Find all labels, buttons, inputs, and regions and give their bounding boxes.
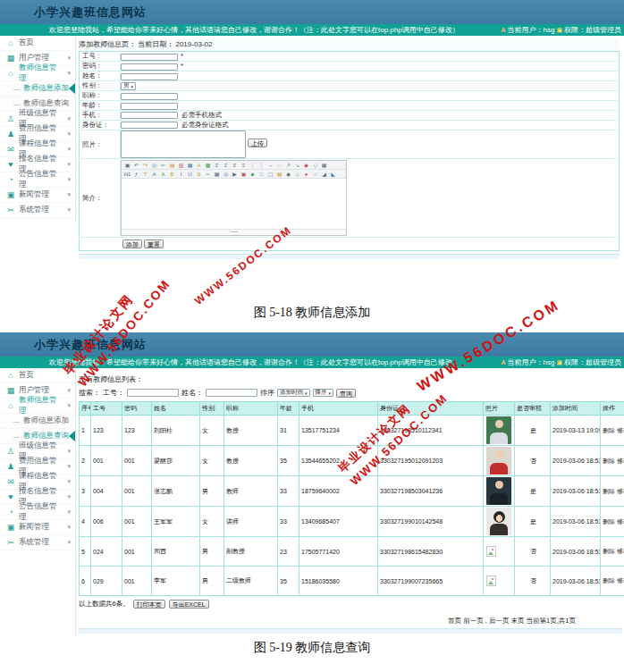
- editor-resize-handle[interactable]: [122, 229, 346, 235]
- editor-tool-icon[interactable]: ▢: [266, 171, 274, 178]
- editor-body[interactable]: [122, 179, 346, 229]
- editor-tool-icon[interactable]: ▦: [320, 162, 328, 169]
- sidebar-subitem-3[interactable]: —教师信息添加: [0, 81, 75, 97]
- sidebar-item-2[interactable]: ⌂教师信息管理▾: [0, 66, 75, 81]
- editor-tool-icon[interactable]: ▦: [186, 162, 194, 169]
- editor-tool-icon[interactable]: ◆: [284, 171, 292, 178]
- editor-tool-icon[interactable]: □: [257, 171, 266, 178]
- editor-tool-icon[interactable]: ←: [275, 162, 283, 169]
- edit-link[interactable]: 修改: [617, 577, 624, 584]
- delete-link[interactable]: 删除: [603, 548, 615, 554]
- editor-tool-icon[interactable]: H1: [123, 171, 131, 178]
- job-no-input[interactable]: [121, 54, 178, 61]
- editor-tool-icon[interactable]: B: [168, 171, 176, 178]
- editor-tool-icon[interactable]: ⋮: [249, 162, 257, 169]
- editor-tool-icon[interactable]: ▣: [123, 162, 131, 169]
- photo-path-input[interactable]: [121, 130, 246, 158]
- editor-tool-icon[interactable]: →: [266, 162, 274, 169]
- sidebar-item-0[interactable]: ⌂首页: [0, 368, 75, 383]
- name-input[interactable]: [121, 73, 178, 80]
- sidebar-item-11[interactable]: ✂系统管理▾: [0, 535, 75, 550]
- delete-link[interactable]: 删除: [603, 518, 615, 525]
- rich-text-editor[interactable]: ▣↶↷◎✂▤▥▦A▩≡≡≡≡⋮⋮→←↗↘◆◇▦ H1ƒTAABIUS≈▦◎▶▣■…: [121, 160, 347, 236]
- editor-tool-icon[interactable]: ▩: [204, 162, 212, 169]
- sidebar-item-2[interactable]: ⌂教师信息管理▾: [0, 399, 75, 414]
- delete-link[interactable]: 删除: [603, 577, 615, 584]
- editor-tool-icon[interactable]: ▣: [240, 171, 248, 178]
- age-input[interactable]: [121, 103, 178, 110]
- editor-tool-icon[interactable]: ↶: [132, 162, 140, 169]
- editor-tool-icon[interactable]: ●: [302, 171, 310, 178]
- phone-input[interactable]: [121, 112, 178, 119]
- delete-link[interactable]: 删除: [603, 427, 615, 433]
- pagination[interactable]: 首页 前一页 , 后一页 末页 当前第1页,共1页: [79, 617, 624, 626]
- sort-field-select[interactable]: 添加时间▾: [277, 389, 310, 397]
- editor-tool-icon[interactable]: ▤: [168, 162, 176, 169]
- editor-tool-icon[interactable]: ▥: [177, 162, 185, 169]
- editor-tool-icon[interactable]: I: [177, 171, 185, 178]
- teacher-photo: [486, 416, 511, 444]
- editor-tool-icon[interactable]: ◆: [302, 162, 310, 169]
- editor-tool-icon[interactable]: ƒ: [132, 171, 140, 178]
- editor-tool-icon[interactable]: ≡: [213, 162, 221, 169]
- editor-tool-icon[interactable]: ↷: [141, 162, 149, 169]
- edit-link[interactable]: 修改: [617, 518, 624, 525]
- editor-tool-icon[interactable]: ◇: [311, 162, 319, 169]
- editor-tool-icon[interactable]: ○: [311, 171, 319, 178]
- editor-tool-icon[interactable]: A: [150, 171, 158, 178]
- edit-link[interactable]: 修改: [617, 458, 624, 464]
- delete-link[interactable]: 删除: [603, 488, 615, 494]
- editor-tool-icon[interactable]: S: [195, 171, 203, 178]
- title-input[interactable]: [121, 93, 178, 100]
- idcard-input[interactable]: [121, 122, 178, 129]
- edit-link[interactable]: 修改: [617, 488, 624, 494]
- print-button[interactable]: 打印本页: [133, 600, 165, 609]
- editor-tool-icon[interactable]: T: [141, 171, 149, 178]
- editor-tool-icon[interactable]: U: [186, 171, 194, 178]
- sidebar-item-9[interactable]: ◔公告信息管理▾: [0, 505, 75, 520]
- editor-tool-icon[interactable]: ▤: [275, 171, 283, 178]
- password-input[interactable]: [121, 63, 178, 71]
- delete-link[interactable]: 删除: [603, 458, 615, 464]
- editor-tool-icon[interactable]: ⋮: [257, 162, 266, 169]
- page-title: 添加教师信息页：: [79, 40, 136, 48]
- editor-tool-icon[interactable]: ↗: [284, 162, 292, 169]
- sidebar-item-10[interactable]: ▣新闻管理▾: [0, 188, 75, 203]
- sort-order-select[interactable]: 降序▾: [313, 389, 334, 397]
- search-button[interactable]: 查询: [336, 389, 356, 398]
- sidebar-item-11[interactable]: ✂系统管理▾: [0, 203, 75, 218]
- editor-tool-icon[interactable]: ◣: [329, 171, 337, 178]
- editor-tool-icon[interactable]: A: [159, 171, 167, 178]
- editor-tool-icon[interactable]: ◢: [320, 171, 328, 178]
- editor-tool-icon[interactable]: ≡: [231, 162, 239, 169]
- edit-link[interactable]: 修改: [617, 548, 624, 554]
- editor-tool-icon[interactable]: ▶: [231, 171, 239, 178]
- editor-toolbar-row1[interactable]: ▣↶↷◎✂▤▥▦A▩≡≡≡≡⋮⋮→←↗↘◆◇▦: [122, 161, 346, 170]
- upload-button[interactable]: 上传: [248, 139, 267, 147]
- table-cell-ops: 删除修改: [601, 507, 624, 537]
- editor-tool-icon[interactable]: ■: [249, 171, 257, 178]
- sidebar-subitem-3[interactable]: —教师信息添加: [0, 414, 75, 429]
- editor-tool-icon[interactable]: ◇: [293, 171, 301, 178]
- editor-tool-icon[interactable]: ≡: [222, 162, 230, 169]
- editor-toolbar-row2[interactable]: H1ƒTAABIUS≈▦◎▶▣■□▢▤◆◇●○◢◣: [122, 170, 346, 179]
- search-job-input[interactable]: [127, 389, 179, 397]
- reset-button[interactable]: 重置: [144, 239, 164, 248]
- editor-tool-icon[interactable]: ◎: [150, 162, 158, 169]
- export-excel-button[interactable]: 导出EXCEL: [169, 600, 209, 609]
- sidebar-item-10[interactable]: ▣新闻管理▾: [0, 520, 75, 535]
- editor-tool-icon[interactable]: ◎: [222, 171, 230, 178]
- editor-tool-icon[interactable]: ↘: [293, 162, 301, 169]
- editor-tool-icon[interactable]: ▦: [213, 171, 221, 178]
- record-count: 以上数据共6条。: [79, 600, 130, 609]
- editor-tool-icon[interactable]: ≈: [204, 171, 212, 178]
- sidebar-item-9[interactable]: ◔公告信息管理▾: [0, 172, 75, 188]
- search-name-input[interactable]: [206, 389, 257, 397]
- edit-link[interactable]: 修改: [617, 427, 624, 433]
- editor-tool-icon[interactable]: A: [195, 162, 203, 169]
- submit-button[interactable]: 添加: [122, 239, 142, 248]
- editor-tool-icon[interactable]: ✂: [159, 162, 167, 169]
- gender-select[interactable]: 男▾: [121, 82, 136, 90]
- editor-tool-icon[interactable]: ≡: [240, 162, 248, 169]
- sidebar-item-0[interactable]: ⌂首页: [0, 36, 75, 51]
